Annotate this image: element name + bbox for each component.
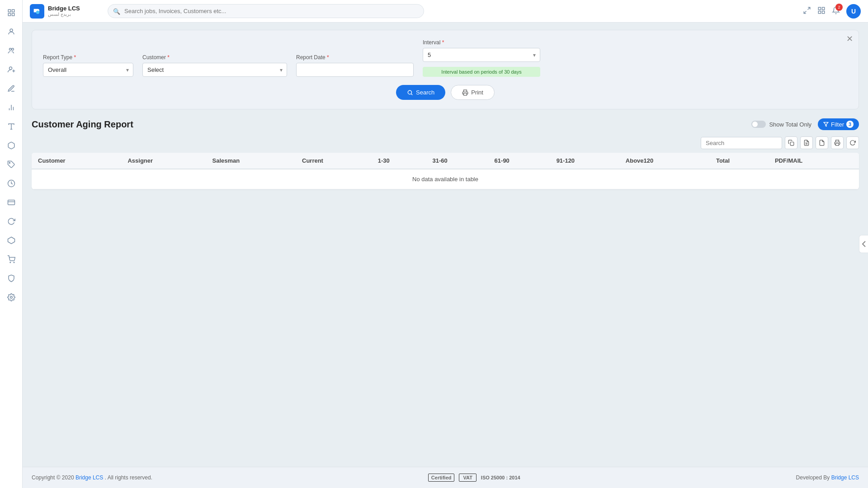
close-icon[interactable]: ✕ [846, 35, 853, 43]
filter-button[interactable]: Filter 3 [818, 118, 859, 130]
svg-rect-29 [818, 11, 821, 13]
sidebar-item-card[interactable] [3, 194, 19, 211]
grid-icon[interactable] [817, 6, 826, 16]
avatar[interactable]: U [846, 4, 861, 19]
sidebar-item-box[interactable] [3, 137, 19, 154]
col-total: Total [710, 153, 769, 169]
print-table-button[interactable] [831, 136, 844, 149]
search-button[interactable]: Search [396, 85, 445, 100]
report-type-select[interactable]: Overall Detailed [43, 63, 133, 77]
col-91-120: 91-120 [550, 153, 619, 169]
iso-badge: ISO 25000 : 2014 [481, 475, 520, 480]
report-type-label: Report Type * [43, 54, 133, 61]
svg-point-5 [9, 48, 11, 51]
svg-rect-28 [822, 7, 825, 9]
vat-badge: VAT [459, 474, 476, 482]
svg-rect-17 [8, 200, 14, 205]
brand-logo [30, 4, 44, 19]
notification-badge: 2 [835, 4, 843, 11]
sidebar-item-text[interactable] [3, 118, 19, 135]
navbar-actions: 2 U [803, 4, 861, 19]
col-61-90: 61-90 [488, 153, 550, 169]
brand: Bridge LCS بريدج لسس [30, 4, 102, 19]
sidebar-item-person-add[interactable] [3, 61, 19, 78]
aging-table: Customer Assigner Salesman Current 1-30 … [32, 153, 859, 189]
report-title: Customer Aging Report [32, 119, 133, 130]
svg-line-26 [804, 11, 806, 13]
col-assigner: Assigner [121, 153, 206, 169]
report-date-input[interactable]: 30-09-2020 [296, 63, 414, 77]
col-customer: Customer [32, 153, 121, 169]
svg-rect-27 [818, 7, 821, 9]
customer-select[interactable]: Select [142, 63, 287, 77]
excel-button[interactable] [800, 136, 813, 149]
table-toolbar [32, 136, 859, 149]
print-button[interactable]: Print [451, 85, 495, 100]
copy-button[interactable] [785, 136, 797, 149]
notification-icon[interactable]: 2 [832, 6, 840, 16]
svg-rect-2 [8, 14, 10, 16]
footer: Copyright © 2020 Bridge LCS . All rights… [23, 467, 868, 488]
pdf-button[interactable] [816, 136, 828, 149]
sidebar-item-dashboard[interactable] [3, 5, 19, 21]
refresh-table-button[interactable] [846, 136, 859, 149]
sidebar-item-settings[interactable] [3, 289, 19, 305]
svg-marker-34 [824, 122, 828, 127]
sidebar-item-shield[interactable] [3, 270, 19, 286]
sidebar-toggle-right[interactable] [859, 235, 868, 253]
filter-row: Report Type * Overall Detailed Customer … [43, 39, 848, 77]
report-section: Customer Aging Report Show Total Only Fi… [32, 118, 859, 189]
footer-dev-link[interactable]: Bridge LCS [831, 474, 859, 481]
sidebar-item-person[interactable] [3, 23, 19, 40]
no-data-row: No data available in table [32, 169, 859, 189]
interval-select[interactable]: 5 10 15 [423, 48, 540, 62]
svg-point-7 [9, 67, 12, 70]
sidebar-item-gem[interactable] [3, 232, 19, 249]
sidebar-item-edit[interactable] [3, 80, 19, 97]
svg-line-25 [808, 7, 810, 9]
col-1-30: 1-30 [372, 153, 426, 169]
sidebar-item-chart[interactable] [3, 99, 19, 116]
sidebar-item-group[interactable] [3, 42, 19, 59]
customer-field: Customer * Select [142, 54, 287, 77]
main-area: Bridge LCS بريدج لسس 🔍 2 U ✕ [23, 0, 868, 488]
svg-point-22 [10, 296, 12, 299]
col-above120: Above120 [619, 153, 710, 169]
footer-right: Developed By Bridge LCS [796, 474, 859, 481]
filter-count-badge: 3 [846, 121, 854, 128]
sidebar-item-tag[interactable] [3, 156, 19, 173]
show-total-toggle[interactable]: Show Total Only [751, 121, 811, 128]
footer-left: Copyright © 2020 Bridge LCS . All rights… [32, 474, 152, 481]
navbar-search[interactable]: 🔍 [108, 4, 424, 18]
table-header-row: Customer Assigner Salesman Current 1-30 … [32, 153, 859, 169]
report-type-field: Report Type * Overall Detailed [43, 54, 133, 77]
global-search-input[interactable] [108, 4, 424, 18]
navbar: Bridge LCS بريدج لسس 🔍 2 U [23, 0, 868, 23]
customer-label: Customer * [142, 54, 287, 61]
svg-marker-19 [8, 237, 14, 244]
toggle-switch[interactable] [751, 121, 766, 128]
footer-brand-link[interactable]: Bridge LCS [75, 474, 103, 481]
svg-rect-35 [790, 142, 794, 145]
report-date-field: Report Date * 30-09-2020 [296, 54, 414, 77]
table-search-input[interactable] [701, 137, 782, 149]
report-header: Customer Aging Report Show Total Only Fi… [32, 118, 859, 130]
show-total-label: Show Total Only [769, 121, 811, 128]
certified-badge: Certified [428, 474, 455, 482]
svg-rect-3 [12, 14, 14, 16]
expand-icon[interactable] [803, 6, 811, 16]
sidebar-item-refresh[interactable] [3, 213, 19, 230]
col-pdf-mail: PDF/MAIL [769, 153, 859, 169]
search-icon: 🔍 [113, 8, 120, 14]
filter-actions: Search Print [43, 85, 848, 100]
footer-center: Certified VAT ISO 25000 : 2014 [428, 474, 520, 482]
col-salesman: Salesman [206, 153, 296, 169]
svg-rect-38 [836, 143, 839, 145]
brand-arabic: بريدج لسس [48, 12, 80, 17]
content: ✕ Report Type * Overall Detailed [23, 23, 868, 467]
sidebar-item-clock[interactable] [3, 175, 19, 192]
svg-point-15 [9, 162, 10, 163]
sidebar-item-cart[interactable] [3, 251, 19, 267]
svg-point-31 [408, 90, 411, 94]
svg-point-6 [11, 48, 14, 51]
